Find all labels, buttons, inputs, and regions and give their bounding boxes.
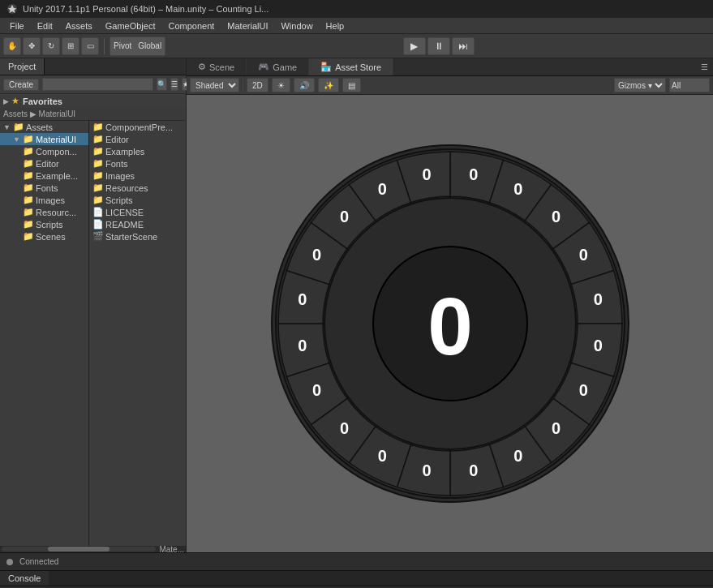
file-componentpre[interactable]: 📁 ComponentPre... [89,121,186,133]
audio-button[interactable]: 🔊 [294,78,315,92]
assets-root-item[interactable]: ▼ 📁 Assets [0,121,88,133]
game-tab-label: Game [273,62,297,72]
resources-item[interactable]: 📁 Resourc... [0,206,88,218]
file-label-cp: ComponentPre... [105,122,173,132]
folder-icon-res: 📁 [92,182,104,193]
folder-icon-editor: 📁 [23,158,34,169]
editor-label: Editor [36,159,59,169]
scene-tab-label: Scene [209,62,234,72]
create-button[interactable]: Create [3,79,39,91]
materialui-triangle: ▼ [13,135,20,144]
search-input[interactable] [42,78,153,91]
global-button[interactable]: Global [135,37,165,55]
file-label-ft: Fonts [105,159,128,169]
status-bar: Connected [0,552,713,570]
compon-item[interactable]: 📁 Compon... [0,145,88,157]
left-scroll[interactable]: Mate... [0,546,186,552]
example-label: Example... [36,171,78,181]
rotate-tool-button[interactable]: ↻ [42,37,60,55]
file-images[interactable]: 📁 Images [89,170,186,182]
menu-assets[interactable]: Assets [59,19,99,32]
main-toolbar: ✋ ✥ ↻ ⊞ ▭ Pivot Global ▶ ⏸ ⏭ [0,34,713,58]
gizmos-select[interactable]: Gizmos ▾ [614,78,666,92]
folder-icon-compon: 📁 [23,146,34,157]
filter-btn[interactable]: ☰ [170,78,178,91]
hand-tool-button[interactable]: ✋ [3,37,21,55]
resources-label: Resourc... [36,208,76,217]
assetstore-icon: 🏪 [320,62,332,72]
console-tab[interactable]: Console [0,571,49,586]
file-starterscene[interactable]: 🎬 StarterScene [89,230,186,242]
favorites-label[interactable]: Favorites [23,97,62,106]
scenes-item[interactable]: 📁 Scenes [0,230,88,242]
file-icon-lic: 📄 [92,207,104,217]
file-resources[interactable]: 📁 Resources [89,182,186,194]
scene-tab-scene[interactable]: ⚙ Scene [187,58,247,75]
search-icon-btn[interactable]: 🔍 [157,78,167,91]
favorites-section: ▶ ★ Favorites [0,94,186,108]
play-button[interactable]: ▶ [403,37,426,55]
title-text: Unity 2017.1.1p1 Personal (64bit) – Main… [23,4,268,14]
file-label-ex: Examples [105,147,144,157]
status-dot [6,559,13,565]
fx-button[interactable]: ✨ [318,78,339,92]
menu-file[interactable]: File [3,19,31,32]
connected-label: Connected [19,557,58,566]
folder-icon-materialui: 📁 [23,134,34,144]
file-label-res: Resources [105,183,148,193]
scripts-label: Scripts [36,220,63,230]
file-fonts[interactable]: 📁 Fonts [89,157,186,170]
editor-item[interactable]: 📁 Editor [0,157,88,170]
folder-icon-sc: 📁 [92,195,104,205]
shaded-select[interactable]: Shaded [190,78,239,92]
scene-viewport: 0 [187,95,713,552]
pause-button[interactable]: ⏸ [427,37,450,55]
scene-tab-assetstore[interactable]: 🏪 Asset Store [309,58,393,75]
menu-gameobject[interactable]: GameObject [99,19,162,32]
file-icon-starter: 🎬 [92,231,104,242]
game-icon: 🎮 [258,62,269,72]
scroll-track [2,547,156,552]
pivot-button[interactable]: Pivot [110,37,135,55]
assets-triangle: ▼ [3,123,11,131]
file-readme[interactable]: 📄 README [89,218,186,230]
console-tabs: Console [0,571,713,586]
scroll-thumb [48,547,110,552]
scale-tool-button[interactable]: ⊞ [62,37,79,55]
images-item[interactable]: 📁 Images [0,194,88,206]
menu-window[interactable]: Window [274,19,319,32]
file-scripts[interactable]: 📁 Scripts [89,194,186,206]
scene-toolbar: Shaded 2D ☀ 🔊 ✨ ▤ Gizmos ▾ [187,76,713,95]
file-license[interactable]: 📄 LICENSE [89,206,186,218]
menu-edit[interactable]: Edit [31,19,59,32]
file-editor[interactable]: 📁 Editor [89,133,186,145]
file-examples[interactable]: 📁 Examples [89,145,186,157]
folder-icon-resources: 📁 [23,207,34,217]
scenes-label: Scenes [36,232,66,242]
materialui-item[interactable]: ▼ 📁 MaterialUI [0,133,88,145]
light-button[interactable]: ☀ [272,78,290,92]
all-input[interactable] [669,78,710,92]
step-button[interactable]: ⏭ [452,37,475,55]
scene-icon: ⚙ [198,62,206,72]
menu-component[interactable]: Component [161,19,221,32]
skybox-button[interactable]: ▤ [342,78,361,92]
menu-help[interactable]: Help [320,19,351,32]
move-tool-button[interactable]: ✥ [23,37,41,55]
assetstore-tab-label: Asset Store [335,62,381,72]
scene-menu-btn[interactable]: ☰ [696,61,713,73]
file-label-readme: README [105,220,144,230]
fonts-item[interactable]: 📁 Fonts [0,182,88,194]
wheel-canvas [264,129,637,518]
rect-tool-button[interactable]: ▭ [81,37,99,55]
example-item[interactable]: 📁 Example... [0,170,88,182]
materialui-label: MaterialUI [36,135,76,144]
file-label-lic: LICENSE [105,208,144,217]
menu-materialui[interactable]: MaterialUI [221,19,274,32]
compon-label: Compon... [36,147,77,157]
scene-tab-game[interactable]: 🎮 Game [247,58,309,75]
project-header: Create 🔍 ☰ ★ [0,75,186,94]
project-tab[interactable]: Project [0,58,45,75]
scripts-item[interactable]: 📁 Scripts [0,218,88,230]
2d-button[interactable]: 2D [247,78,268,92]
